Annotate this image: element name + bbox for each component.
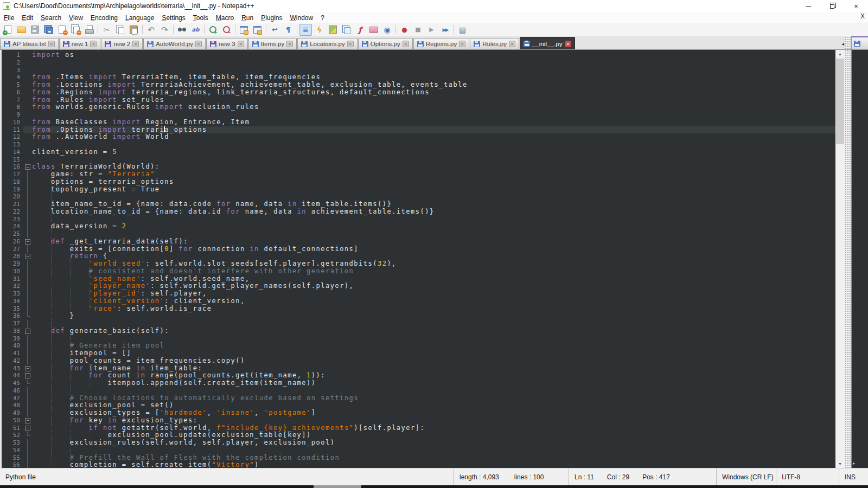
doc-list-icon[interactable] [340, 24, 353, 36]
tab-locations-py[interactable]: Locations.py× [297, 38, 358, 49]
folder-workspace-icon[interactable] [367, 24, 380, 36]
indent-guide-icon[interactable] [299, 24, 312, 36]
tab-new-2[interactable]: new 2× [101, 38, 143, 49]
menu-tools[interactable]: Tools [189, 13, 212, 23]
tab-autoworld-py[interactable]: AutoWorld.py× [143, 38, 206, 49]
function-list-icon[interactable] [354, 24, 366, 36]
scrollbar-thumb[interactable] [836, 59, 844, 144]
second-view-sliver[interactable]: ▸ [851, 50, 868, 468]
tab-close-icon[interactable]: × [48, 41, 55, 47]
tab-regions-py[interactable]: Regions.py× [413, 38, 470, 49]
tab-new-1[interactable]: new 1× [59, 38, 101, 49]
macro-run-multi-icon[interactable] [439, 24, 451, 36]
minimize-button[interactable] [796, 0, 820, 12]
zoom-in-icon[interactable] [207, 24, 219, 36]
view-splitter-top[interactable] [845, 36, 851, 49]
tab-close-icon[interactable]: × [565, 41, 571, 47]
macro-play-icon[interactable] [425, 24, 438, 36]
code-editor[interactable]: 1import os234from .Items import Terraria… [0, 50, 835, 468]
print-icon[interactable] [83, 24, 95, 36]
restore-button[interactable] [820, 0, 844, 12]
line-number: 42 [2, 357, 23, 365]
menu-encoding[interactable]: Encoding [87, 13, 122, 23]
menu-help[interactable]: ? [317, 13, 328, 23]
tab--init-py[interactable]: __init__.py× [520, 37, 575, 49]
macro-stop-icon[interactable] [412, 24, 424, 36]
tab-close-icon[interactable]: × [238, 41, 244, 47]
tab-close-icon[interactable]: × [459, 41, 465, 47]
scroll-up-icon[interactable]: ▲ [835, 50, 845, 58]
close-icon[interactable] [56, 24, 68, 36]
show-all-chars-icon[interactable] [282, 24, 295, 36]
menu-window[interactable]: Window [286, 13, 317, 23]
tab-items-py[interactable]: Items.py× [248, 38, 297, 49]
tab-close-icon[interactable]: × [195, 41, 202, 47]
word-wrap-icon[interactable] [269, 24, 281, 36]
monitoring-icon[interactable] [381, 24, 393, 36]
fold-box-marker[interactable] [23, 365, 32, 373]
tab-close-icon[interactable]: × [403, 41, 409, 47]
tab-rules-py[interactable]: Rules.py× [470, 38, 519, 49]
sync-h-icon[interactable] [251, 24, 264, 36]
function-completion-icon[interactable] [313, 24, 326, 36]
scroll-down-icon[interactable]: ▼ [835, 460, 845, 468]
fold-margin [23, 81, 32, 89]
tab-ap-ideas-txt[interactable]: AP Ideas.txt× [0, 38, 59, 49]
redo-icon[interactable] [158, 24, 171, 36]
new-file-icon[interactable] [2, 24, 14, 36]
tab-close-icon[interactable]: × [286, 41, 293, 47]
menubar-close-button[interactable]: X [860, 12, 865, 20]
menu-search[interactable]: Search [37, 13, 65, 23]
menu-view[interactable]: View [65, 13, 87, 23]
menu-settings[interactable]: Settings [158, 13, 189, 23]
tab-close-icon[interactable]: × [132, 41, 139, 47]
replace-icon[interactable] [189, 24, 202, 36]
line-number: 5 [2, 81, 23, 89]
sync-v-icon[interactable] [238, 24, 250, 36]
cut-icon[interactable] [100, 24, 113, 36]
menu-language[interactable]: Language [122, 13, 158, 23]
fold-box-marker[interactable] [23, 425, 32, 432]
undo-icon[interactable] [145, 24, 157, 36]
vertical-scrollbar[interactable]: ▲ ▼ [835, 50, 845, 468]
fold-box-marker[interactable] [23, 238, 32, 246]
save-icon[interactable] [29, 24, 41, 36]
close-button[interactable]: × [844, 0, 868, 12]
menu-edit[interactable]: Edit [18, 13, 37, 23]
menu-run[interactable]: Run [238, 13, 257, 23]
overflow-tab[interactable] [851, 36, 868, 49]
scroll-right-icon[interactable]: ▸ [853, 461, 855, 466]
tab-new-3[interactable]: new 3× [206, 38, 248, 49]
menu-file[interactable]: File [0, 13, 18, 23]
tab-close-icon[interactable]: × [90, 41, 97, 47]
find-icon[interactable] [176, 24, 188, 36]
fold-box-marker[interactable] [23, 253, 32, 260]
macro-record-icon[interactable] [398, 24, 411, 36]
status-column: Col : 29 [607, 473, 629, 481]
menu-macro[interactable]: Macro [212, 13, 238, 23]
status-insert-mode[interactable]: INS [839, 468, 868, 485]
close-all-icon[interactable] [69, 24, 82, 36]
doc-map-icon[interactable] [327, 24, 339, 36]
tab-scroll-left-icon[interactable]: ◂ [841, 41, 844, 47]
tab-close-icon[interactable]: × [347, 41, 354, 47]
fold-box-marker[interactable] [23, 328, 32, 335]
line-number: 53 [2, 439, 23, 447]
zoom-out-icon[interactable] [220, 24, 233, 36]
code-text [32, 156, 835, 164]
macro-save-icon[interactable] [456, 24, 469, 36]
tab-options-py[interactable]: Options.py× [358, 38, 413, 49]
save-all-icon[interactable] [42, 24, 55, 36]
fold-box-marker[interactable] [23, 372, 32, 380]
status-doc-type: Python file [0, 468, 454, 485]
fold-box-marker[interactable] [23, 163, 32, 171]
open-file-icon[interactable] [15, 24, 28, 36]
copy-icon[interactable] [114, 24, 126, 36]
status-encoding[interactable]: UTF-8 [776, 468, 839, 485]
menu-plugins[interactable]: Plugins [257, 13, 286, 23]
paste-icon[interactable] [127, 24, 140, 36]
fold-box-marker[interactable] [23, 417, 32, 425]
status-eol-format[interactable]: Windows (CR LF) [716, 468, 776, 485]
tab-close-icon[interactable]: × [509, 41, 515, 47]
view-splitter[interactable] [845, 50, 851, 468]
